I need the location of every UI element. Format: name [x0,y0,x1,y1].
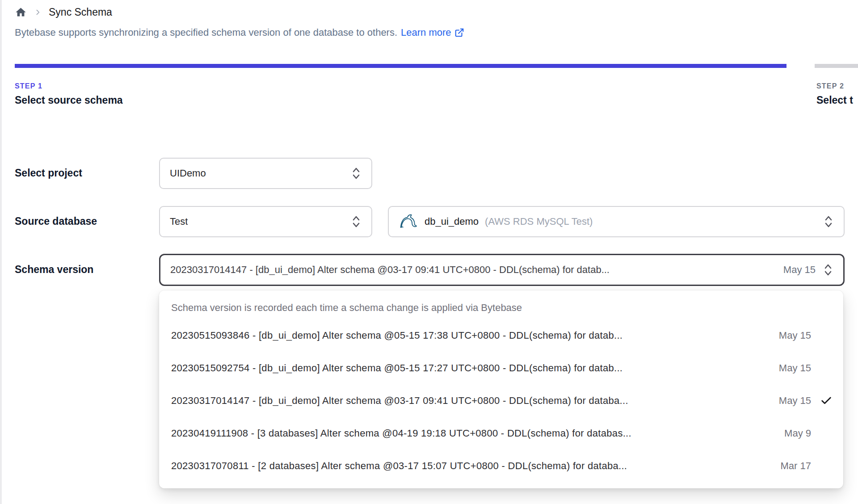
page-description: Bytebase supports synchronizing a specif… [15,27,464,38]
project-select[interactable]: UIDemo [159,158,372,189]
external-link-icon [454,28,464,38]
option-check-slot [811,395,833,407]
learn-more-label: Learn more [401,27,451,38]
select-project-label: Select project [15,167,82,179]
database-select-name: db_ui_demo [425,216,479,227]
mysql-dolphin-icon [399,213,418,231]
source-database-label: Source database [15,215,97,227]
step2-progress-bar [815,64,858,68]
option-text: 20230317014147 - [db_ui_demo] Alter sche… [171,395,771,407]
option-date: Mar 17 [781,460,811,472]
chevron-up-down-icon [351,215,362,228]
schema-version-option-selected[interactable]: 20230317014147 - [db_ui_demo] Alter sche… [159,384,843,417]
database-select[interactable]: db_ui_demo (AWS RDS MySQL Test) [388,206,845,237]
learn-more-link[interactable]: Learn more [401,27,464,38]
database-select-detail: (AWS RDS MySQL Test) [485,216,593,227]
chevron-up-down-icon [351,167,362,180]
option-date: May 15 [779,395,811,407]
content-left-divider [0,0,2,504]
schema-version-option[interactable]: 20230515092754 - [db_ui_demo] Alter sche… [159,352,843,384]
description-text: Bytebase supports synchronizing a specif… [15,27,397,38]
schema-version-select-value: 20230317014147 - [db_ui_demo] Alter sche… [170,264,610,276]
option-text: 20230317070811 - [2 databases] Alter sch… [171,460,773,472]
step-1-label: STEP 1 [15,82,123,90]
chevron-up-down-icon [823,263,833,277]
project-select-value: UIDemo [170,168,206,179]
chevron-up-down-icon [823,215,834,228]
step-2-title: Select t [816,94,858,106]
schema-version-option[interactable]: 20230419111908 - [3 databases] Alter sch… [159,417,843,449]
schema-version-option[interactable]: 20230515093846 - [db_ui_demo] Alter sche… [159,319,843,352]
option-text: 20230515092754 - [db_ui_demo] Alter sche… [171,362,771,374]
option-date: May 15 [779,330,811,341]
option-text: 20230419111908 - [3 databases] Alter sch… [171,428,776,439]
step-1-heading: STEP 1 Select source schema [15,82,123,106]
schema-version-select[interactable]: 20230317014147 - [db_ui_demo] Alter sche… [159,254,845,286]
schema-version-dropdown: Schema version is recorded each time a s… [159,290,843,488]
step1-progress-bar [15,64,786,68]
option-date: May 15 [779,362,811,374]
environment-select-value: Test [170,216,188,227]
step-2-label: STEP 2 [816,82,858,90]
option-text: 20230515093846 - [db_ui_demo] Alter sche… [171,330,771,341]
option-date: May 9 [784,428,811,439]
step-1-title: Select source schema [15,94,123,106]
breadcrumb: Sync Schema [15,6,112,18]
schema-version-label: Schema version [15,264,93,276]
schema-version-select-date: May 15 [783,264,816,276]
page-title: Sync Schema [49,6,112,18]
check-icon [820,395,833,407]
dropdown-hint: Schema version is recorded each time a s… [159,299,843,319]
environment-select[interactable]: Test [159,206,372,237]
home-icon[interactable] [15,6,27,18]
schema-version-option[interactable]: 20230317070811 - [2 databases] Alter sch… [159,449,843,482]
step-2-heading: STEP 2 Select t [816,82,858,106]
sync-schema-page: Sync Schema Bytebase supports synchroniz… [0,0,858,504]
chevron-right-icon [34,8,42,16]
